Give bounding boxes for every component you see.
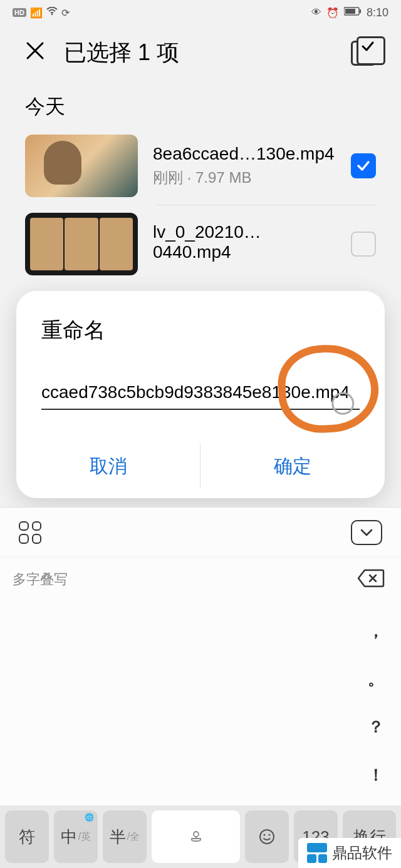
status-bar: HD 📶 ⟳ 👁 ⏰ 8:10 [0,0,401,25]
ime-collapse-button[interactable] [351,520,382,545]
watermark: 鼎品软件 [298,838,401,868]
svg-point-4 [194,832,199,837]
ime-side-keys: ， 。 ？ ！ [351,601,401,805]
file-row[interactable]: lv_0_20210…0440.mp4 [0,205,401,283]
backspace-icon[interactable] [357,569,388,590]
eye-icon: 👁 [311,7,321,18]
battery-icon [344,7,362,18]
page-title: 已选择 1 项 [64,38,179,68]
key-exclaim[interactable]: ！ [368,764,384,786]
key-emoji[interactable] [245,810,289,863]
ime-toolbar [0,507,401,557]
file-name: 8ea6ccaed…130e.mp4 [153,144,336,164]
file-info: lv_0_20210…0440.mp4 [153,222,336,266]
svg-rect-3 [360,9,361,13]
svg-rect-5 [195,837,197,839]
key-period[interactable]: 。 [368,668,384,690]
ime-candidate-bar: 多字叠写 [0,557,401,601]
svg-point-7 [264,834,266,836]
dialog-title: 重命名 [16,316,385,364]
file-name: lv_0_20210…0440.mp4 [153,222,336,262]
signal-icon: 📶 [30,7,43,19]
rename-input[interactable] [41,376,360,410]
cancel-button[interactable]: 取消 [16,435,200,498]
key-space[interactable] [152,810,240,863]
watermark-text: 鼎品软件 [332,843,392,863]
confirm-button[interactable]: 确定 [200,435,385,498]
video-thumbnail [25,135,138,197]
status-right: 👁 ⏰ 8:10 [311,6,388,19]
file-row[interactable]: 8ea6ccaed…130e.mp4 刚刚 · 7.97 MB [0,127,401,205]
close-icon[interactable] [25,39,45,66]
video-thumbnail [25,213,138,275]
wifi-icon [46,7,58,18]
candidate-hint: 多字叠写 [13,570,68,589]
status-left: HD 📶 ⟳ [13,7,70,19]
key-halfwidth[interactable]: 半/全 [103,810,147,863]
svg-point-0 [51,14,53,15]
file-meta: 刚刚 · 7.97 MB [153,168,336,188]
select-all-button[interactable] [351,41,376,66]
svg-rect-2 [345,9,355,14]
key-language[interactable]: 中/英🌐 [54,810,98,863]
clock-text: 8:10 [367,6,388,19]
ime-handwriting-area[interactable]: ， 。 ？ ！ [0,601,401,805]
ime-grid-icon[interactable] [19,521,41,544]
key-question[interactable]: ？ [368,716,384,738]
svg-point-8 [269,834,271,836]
hd-icon: HD [13,8,26,17]
section-today: 今天 [0,81,401,127]
file-checkbox[interactable] [351,232,376,257]
key-symbol[interactable]: 符 [5,810,49,863]
svg-point-6 [260,830,274,844]
file-info: 8ea6ccaed…130e.mp4 刚刚 · 7.97 MB [153,144,336,188]
file-checkbox[interactable] [351,153,376,178]
alarm-icon: ⏰ [326,7,339,19]
selection-header: 已选择 1 项 [0,25,401,81]
rename-dialog: 重命名 取消 确定 [16,291,385,498]
watermark-logo-icon [307,843,327,863]
sync-icon: ⟳ [61,7,70,19]
key-comma[interactable]: ， [368,620,384,642]
